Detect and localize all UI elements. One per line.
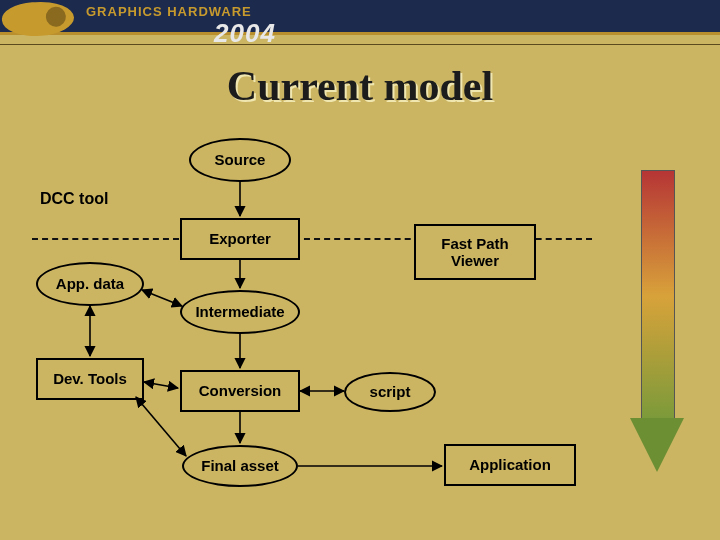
conference-year: 2004 <box>214 18 276 49</box>
node-exporter: Exporter <box>180 218 300 260</box>
conference-name: GRAPHICS HARDWARE <box>86 4 252 19</box>
arrow-devtools-conversion <box>144 382 178 388</box>
progress-arrow-icon <box>630 170 684 490</box>
node-conversion: Conversion <box>180 370 300 412</box>
arrow-devtools-final <box>136 397 186 456</box>
slide-title: Current model <box>0 62 720 110</box>
arrow-appdata-intermediate <box>142 290 182 306</box>
banner-underline <box>0 44 720 45</box>
node-fast-path: Fast Path Viewer <box>414 224 536 280</box>
node-dev-tools: Dev. Tools <box>36 358 144 400</box>
dcc-tool-label: DCC tool <box>40 190 108 208</box>
node-source: Source <box>189 138 291 182</box>
node-script: script <box>344 372 436 412</box>
node-intermediate: Intermediate <box>180 290 300 334</box>
header-banner: GRAPHICS HARDWARE 2004 <box>0 0 720 46</box>
node-application: Application <box>444 444 576 486</box>
node-final-asset: Final asset <box>182 445 298 487</box>
node-app-data: App. data <box>36 262 144 306</box>
